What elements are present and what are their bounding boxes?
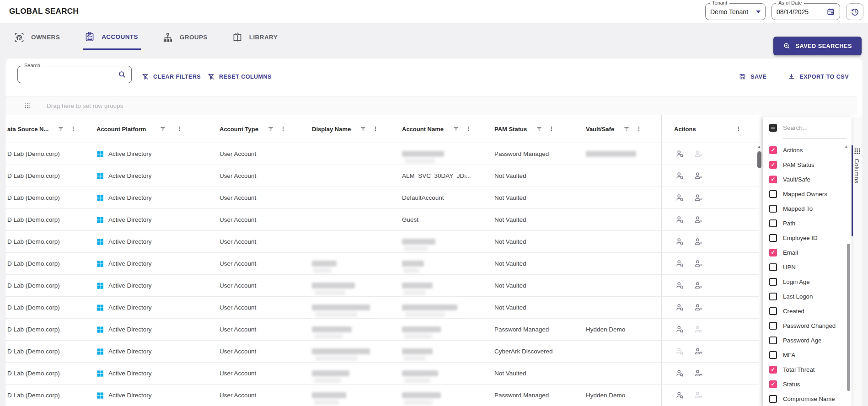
map-owner-button[interactable] bbox=[693, 346, 704, 357]
checkbox-unchecked-icon[interactable] bbox=[769, 263, 777, 271]
checkbox-checked-icon[interactable]: ✓ bbox=[769, 380, 777, 388]
as-of-date-field[interactable]: As of Date 08/14/2025 bbox=[772, 3, 840, 20]
checkbox-unchecked-icon[interactable] bbox=[769, 337, 777, 344]
map-owner-button[interactable] bbox=[693, 368, 704, 379]
view-mapped-owners-button[interactable] bbox=[674, 236, 685, 247]
view-mapped-owners-button[interactable] bbox=[674, 258, 685, 269]
columns-side-tab[interactable]: Columns bbox=[852, 117, 863, 406]
table-row[interactable]: D Lab (Demo.corp)Active DirectoryUser Ac… bbox=[5, 297, 759, 319]
column-header-pam-status[interactable]: PAM Status bbox=[486, 115, 578, 143]
map-owner-button-disabled[interactable] bbox=[693, 390, 704, 401]
column-toggle-status[interactable]: ✓Status bbox=[763, 377, 847, 391]
table-row[interactable]: D Lab (Demo.corp)Active DirectoryUser Ac… bbox=[5, 165, 759, 187]
filter-icon[interactable] bbox=[58, 126, 64, 132]
map-owner-button[interactable] bbox=[693, 236, 704, 247]
map-owner-button[interactable] bbox=[693, 302, 704, 313]
kebab-menu-icon[interactable] bbox=[280, 125, 286, 133]
column-toggle-actions[interactable]: ✓Actions bbox=[763, 143, 847, 157]
table-row[interactable]: D Lab (Demo.corp)Active DirectoryUser Ac… bbox=[5, 385, 759, 406]
column-toggle-upn[interactable]: UPN bbox=[763, 260, 847, 274]
column-toggle-vault-safe[interactable]: ✓Vault/Safe bbox=[763, 172, 847, 187]
view-mapped-owners-button[interactable] bbox=[674, 368, 685, 379]
calendar-icon[interactable] bbox=[826, 7, 835, 16]
select-all-checkbox-indeterminate[interactable] bbox=[769, 124, 777, 132]
checkbox-checked-icon[interactable]: ✓ bbox=[769, 146, 777, 154]
kebab-menu-icon[interactable] bbox=[70, 125, 76, 133]
checkbox-unchecked-icon[interactable] bbox=[769, 278, 777, 286]
column-header-account-name[interactable]: Account Name bbox=[395, 115, 486, 143]
view-mapped-owners-button[interactable] bbox=[674, 214, 685, 225]
column-header-ata-source-n[interactable]: ata Source N... bbox=[5, 115, 88, 143]
column-toggle-mapped-owners[interactable]: Mapped Owners bbox=[763, 187, 847, 201]
map-owner-button-disabled[interactable] bbox=[693, 324, 704, 335]
table-row[interactable]: D Lab (Demo.corp)Active DirectoryUser Ac… bbox=[5, 231, 759, 253]
tab-groups[interactable]: GROUPS bbox=[161, 29, 210, 50]
kebab-menu-icon[interactable] bbox=[735, 125, 742, 133]
scrollbar-thumb[interactable] bbox=[757, 151, 761, 168]
filter-icon[interactable] bbox=[160, 126, 166, 132]
tenant-select[interactable]: Tenant Demo Tenant bbox=[705, 3, 766, 20]
column-header-account-type[interactable]: Account Type bbox=[212, 115, 303, 143]
kebab-menu-icon[interactable] bbox=[372, 125, 379, 133]
scroll-up-arrow-icon[interactable]: ▲ bbox=[757, 145, 761, 149]
column-toggle-created[interactable]: Created bbox=[763, 304, 847, 318]
column-toggle-compromise-name[interactable]: Compromise Name bbox=[763, 391, 847, 406]
checkbox-unchecked-icon[interactable] bbox=[769, 322, 777, 330]
kebab-menu-icon[interactable] bbox=[548, 125, 555, 133]
checkbox-checked-icon[interactable]: ✓ bbox=[769, 176, 777, 183]
table-row[interactable]: D Lab (Demo.corp)Active DirectoryUser Ac… bbox=[5, 209, 759, 231]
panel-scrollbar-thumb[interactable] bbox=[847, 244, 850, 391]
checkbox-unchecked-icon[interactable] bbox=[769, 190, 777, 198]
export-to-csv-button[interactable]: EXPORT TO CSV bbox=[788, 73, 849, 80]
column-toggle-total-threat[interactable]: ✓Total Threat bbox=[763, 362, 847, 377]
filter-icon[interactable] bbox=[453, 126, 459, 132]
search-icon[interactable] bbox=[118, 70, 127, 79]
checkbox-unchecked-icon[interactable] bbox=[769, 219, 777, 227]
grid-search-field[interactable]: Search bbox=[17, 66, 132, 83]
filter-icon[interactable] bbox=[360, 126, 366, 132]
column-header-actions[interactable]: Actions bbox=[661, 115, 754, 143]
checkbox-unchecked-icon[interactable] bbox=[769, 395, 777, 403]
checkbox-unchecked-icon[interactable] bbox=[769, 307, 777, 315]
table-row[interactable]: D Lab (Demo.corp)Active DirectoryUser Ac… bbox=[5, 275, 759, 297]
checkbox-unchecked-icon[interactable] bbox=[769, 293, 777, 300]
column-toggle-password-age[interactable]: Password Age bbox=[763, 333, 847, 347]
map-owner-button[interactable] bbox=[693, 171, 704, 182]
column-header-account-platform[interactable]: Account Platform bbox=[88, 115, 212, 143]
tab-accounts[interactable]: ACCOUNTS bbox=[83, 29, 141, 50]
table-row[interactable]: D Lab (Demo.corp)Active DirectoryUser Ac… bbox=[5, 319, 759, 341]
column-toggle-login-age[interactable]: Login Age bbox=[763, 274, 847, 289]
tab-owners[interactable]: OWNERS bbox=[12, 29, 63, 50]
kebab-menu-icon[interactable] bbox=[636, 125, 642, 133]
clear-filters-button[interactable]: CLEAR FILTERS bbox=[141, 73, 201, 80]
table-row[interactable]: D Lab (Demo.corp)Active DirectoryUser Ac… bbox=[5, 143, 759, 165]
column-toggle-pam-status[interactable]: ✓PAM Status bbox=[763, 157, 847, 172]
table-row[interactable]: D Lab (Demo.corp)Active DirectoryUser Ac… bbox=[5, 253, 759, 275]
map-owner-button[interactable] bbox=[693, 192, 704, 203]
kebab-menu-icon[interactable] bbox=[465, 125, 472, 133]
column-toggle-path[interactable]: Path bbox=[763, 216, 847, 230]
view-mapped-owners-button[interactable] bbox=[674, 324, 685, 335]
map-owner-button[interactable] bbox=[693, 214, 704, 225]
grid-search-input[interactable] bbox=[22, 71, 118, 78]
table-row[interactable]: D Lab (Demo.corp)Active DirectoryUser Ac… bbox=[5, 363, 759, 385]
map-owner-button-disabled[interactable] bbox=[693, 149, 704, 160]
checkbox-checked-icon[interactable]: ✓ bbox=[769, 161, 777, 169]
checkbox-unchecked-icon[interactable] bbox=[769, 234, 777, 242]
column-header-vault-safe[interactable]: Vault/Safe bbox=[578, 115, 661, 143]
checkbox-checked-icon[interactable]: ✓ bbox=[769, 249, 777, 256]
row-group-bar[interactable]: Drag here to set row groups bbox=[5, 96, 857, 115]
column-header-display-name[interactable]: Display Name bbox=[303, 115, 395, 143]
checkbox-checked-icon[interactable]: ✓ bbox=[769, 366, 777, 374]
save-button[interactable]: SAVE bbox=[739, 73, 766, 80]
view-mapped-owners-button[interactable] bbox=[674, 390, 685, 401]
checkbox-unchecked-icon[interactable] bbox=[769, 205, 777, 213]
reset-columns-button[interactable]: RESET COLUMNS bbox=[207, 73, 272, 80]
view-mapped-owners-button[interactable] bbox=[674, 302, 685, 313]
view-mapped-owners-button-disabled[interactable] bbox=[674, 346, 685, 357]
history-button[interactable] bbox=[846, 3, 863, 20]
column-toggle-password-changed[interactable]: Password Changed bbox=[763, 318, 847, 333]
kebab-menu-icon[interactable] bbox=[177, 125, 183, 133]
saved-searches-button[interactable]: SAVED SEARCHES bbox=[773, 37, 862, 55]
map-owner-button[interactable] bbox=[693, 258, 704, 269]
